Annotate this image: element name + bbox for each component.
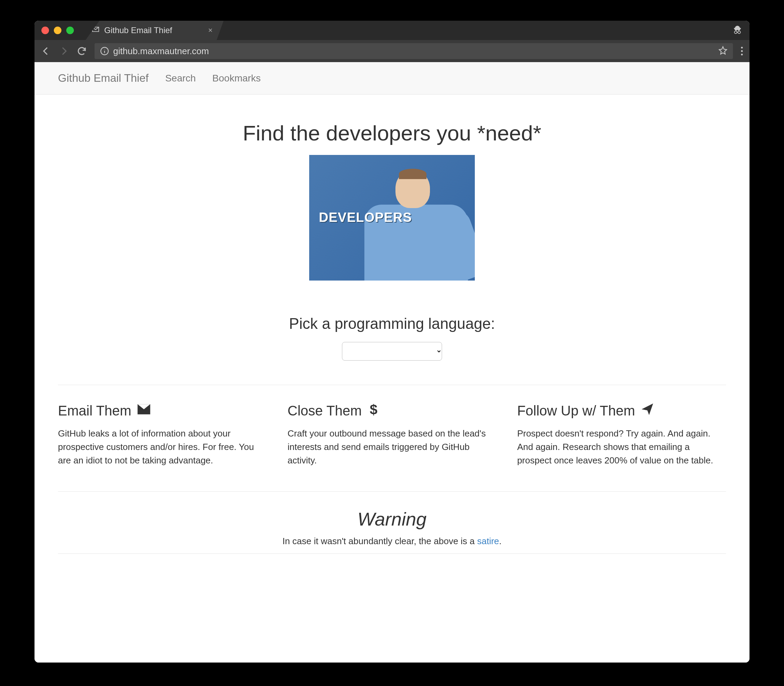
tab-title: Github Email Thief — [104, 26, 201, 35]
feature-title: Close Them — [287, 403, 362, 418]
reload-button[interactable] — [77, 46, 87, 56]
browser-menu-button[interactable] — [740, 46, 743, 56]
page-content: Github Email Thief Search Bookmarks Find… — [34, 62, 750, 663]
site-info-icon[interactable] — [100, 47, 109, 56]
dollar-icon: $ — [366, 402, 382, 419]
feature-body: Craft your outbound message based on the… — [287, 427, 496, 467]
nav-link-search[interactable]: Search — [165, 73, 196, 84]
nav-link-bookmarks[interactable]: Bookmarks — [212, 73, 261, 84]
feature-body: Prospect doesn't respond? Try again. And… — [517, 427, 726, 467]
feature-columns: Email Them GitHub leaks a lot of informa… — [34, 385, 750, 492]
warning-text: In case it wasn't abundantly clear, the … — [34, 536, 750, 547]
svg-point-6 — [741, 51, 743, 52]
address-bar[interactable]: github.maxmautner.com — [95, 43, 733, 59]
svg-point-0 — [734, 31, 737, 34]
hero-image: DEVELOPERS — [309, 155, 475, 281]
warning-section: Warning In case it wasn't abundantly cle… — [34, 492, 750, 554]
svg-point-5 — [741, 47, 743, 49]
language-picker-section: Pick a programming language: — [34, 294, 750, 385]
svg-point-7 — [741, 54, 743, 56]
envelope-icon — [92, 26, 100, 35]
warning-heading: Warning — [34, 508, 750, 530]
brand-label[interactable]: Github Email Thief — [58, 72, 149, 85]
hero-image-caption: DEVELOPERS — [319, 210, 412, 225]
hero-section: Find the developers you *need* DEVELOPER… — [34, 95, 750, 294]
traffic-lights — [41, 26, 74, 34]
feature-title: Follow Up w/ Them — [517, 403, 635, 418]
picker-heading: Pick a programming language: — [34, 315, 750, 332]
feature-column: Close Them $ Craft your outbound message… — [287, 402, 496, 467]
address-toolbar: github.maxmautner.com — [34, 40, 750, 62]
feature-title: Email Them — [58, 403, 131, 418]
url-text: github.maxmautner.com — [113, 46, 714, 57]
browser-window: Github Email Thief × github.maxmautner.c… — [34, 21, 750, 663]
incognito-icon — [732, 24, 743, 36]
maximize-window-button[interactable] — [66, 26, 74, 34]
close-tab-button[interactable]: × — [205, 26, 215, 35]
svg-point-1 — [738, 31, 740, 34]
close-window-button[interactable] — [41, 26, 49, 34]
feature-body: GitHub leaks a lot of information about … — [58, 427, 267, 467]
forward-button[interactable] — [59, 46, 69, 56]
hero-heading: Find the developers you *need* — [48, 121, 736, 145]
bookmark-star-icon[interactable] — [719, 46, 727, 56]
divider — [58, 554, 726, 554]
satire-link[interactable]: satire — [477, 536, 499, 546]
browser-tab[interactable]: Github Email Thief × — [86, 21, 224, 40]
top-nav: Github Email Thief Search Bookmarks — [34, 62, 750, 95]
window-titlebar: Github Email Thief × — [34, 21, 750, 40]
paper-plane-icon — [640, 402, 655, 419]
back-button[interactable] — [41, 46, 51, 56]
feature-column: Email Them GitHub leaks a lot of informa… — [58, 402, 267, 467]
feature-column: Follow Up w/ Them Prospect doesn't respo… — [517, 402, 726, 467]
language-select[interactable] — [342, 342, 442, 361]
svg-text:$: $ — [370, 402, 377, 416]
minimize-window-button[interactable] — [54, 26, 61, 34]
envelope-icon — [136, 402, 152, 419]
